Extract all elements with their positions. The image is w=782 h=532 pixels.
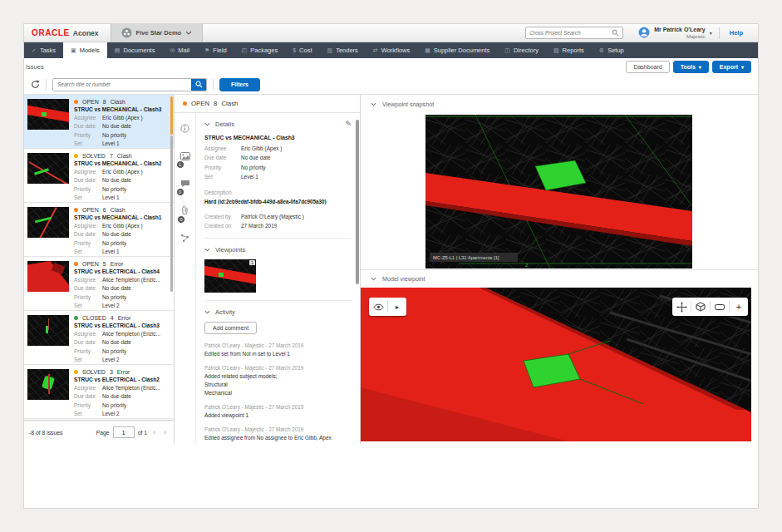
due-date-label: Due date	[74, 122, 102, 131]
detail-header: OPEN 8 Clash	[175, 95, 360, 113]
issue-status-line: CLOSED 4 Error	[74, 315, 170, 321]
visibility-button[interactable]	[369, 298, 387, 316]
zoom-out-button[interactable]	[711, 298, 729, 316]
issue-list-item[interactable]: OPEN 6 Clash STRUC vs MECHANICAL - Clash…	[24, 203, 174, 257]
issue-status-line: OPEN 5 Error	[74, 261, 170, 267]
created-on-label: Created on	[204, 221, 241, 230]
attachments-tab[interactable]: 0	[181, 204, 189, 219]
model-viewpoint-area[interactable]: ▸ +	[361, 288, 758, 443]
issue-thumbnail	[27, 153, 69, 184]
assignee-value: Eric Gibb (Apex )	[102, 114, 143, 122]
related-models-tab[interactable]	[180, 231, 189, 246]
page-header: Issues Dashboard Tools▾ Export▾	[24, 58, 758, 75]
dashboard-button[interactable]: Dashboard	[626, 61, 669, 73]
due-date-value: No due date	[102, 230, 131, 239]
issue-list-item[interactable]: CLOSED 4 Error STRUC vs ELECTRICAL - Cla…	[24, 311, 174, 365]
detail-icon-rail: 1 0 0	[175, 113, 196, 444]
viewpoints-section-header[interactable]: Viewpoints	[204, 246, 352, 254]
due-date-value: No due date	[102, 122, 131, 131]
add-comment-button[interactable]: Add comment	[204, 322, 257, 334]
user-organization: Majestic	[654, 33, 706, 39]
issue-search	[52, 78, 207, 91]
nav-tab[interactable]: ⚙ Setup	[592, 42, 632, 58]
model-viewpoint-header[interactable]: Model viewpoint	[361, 269, 758, 288]
details-section-header[interactable]: Details ✎	[204, 120, 352, 128]
image-icon	[180, 152, 190, 160]
search-icon[interactable]	[612, 29, 619, 37]
nav-tab[interactable]: ▣ Models	[63, 42, 107, 58]
page-number-input[interactable]	[113, 426, 135, 438]
chevron-down-icon	[204, 122, 210, 126]
nav-tab[interactable]: ✓ Tasks	[24, 42, 63, 58]
set-value: Level 2	[102, 302, 120, 310]
tools-button[interactable]: Tools▾	[673, 61, 709, 73]
viewpoint-snapshot-header[interactable]: Viewpoint snapshot	[361, 95, 758, 113]
nav-tab[interactable]: ⚑ Field	[197, 42, 234, 58]
nav-tab[interactable]: ⇄ Workflows	[366, 42, 417, 58]
nav-tab[interactable]: ▧ Reports	[546, 42, 592, 58]
activity-meta: Patrick O'Leary - Majestic - 27 March 20…	[204, 365, 352, 371]
aconex-wordmark: Aconex	[73, 29, 99, 37]
comments-tab[interactable]: 0	[180, 176, 190, 191]
issue-title: STRUC vs MECHANICAL - Clash2	[74, 160, 170, 166]
orbit-tool-button[interactable]	[691, 298, 710, 316]
set-value: Level 2	[102, 410, 120, 418]
edit-icon[interactable]: ✎	[345, 120, 352, 128]
issue-list-scrollbar[interactable]	[170, 96, 173, 292]
cross-project-search-input[interactable]	[529, 30, 612, 36]
scrollbar-thumb[interactable]	[170, 135, 173, 292]
nav-tab[interactable]: $ Cost	[285, 42, 319, 58]
issue-info: OPEN 8 Clash STRUC vs MECHANICAL - Clash…	[74, 99, 170, 144]
project-selector[interactable]: Five Star Demo	[111, 24, 204, 42]
nav-tab-label: Tenders	[336, 47, 358, 54]
nav-tab-icon: ▤	[115, 47, 120, 54]
issue-list-item[interactable]: OPEN 5 Error STRUC vs ELECTRICAL - Clash…	[24, 257, 174, 311]
issue-list-item[interactable]: SOLVED 7 Clash STRUC vs MECHANICAL - Cla…	[24, 149, 174, 203]
activity-section-header[interactable]: Activity	[204, 308, 352, 316]
due-date-label: Due date	[74, 284, 102, 293]
viewpoints-tab[interactable]: 1	[180, 149, 190, 164]
refresh-button[interactable]	[31, 80, 40, 89]
next-page-button[interactable]: ›	[161, 428, 169, 436]
assignee-value: Alice Templeton (Enzic...	[102, 330, 160, 338]
issue-title: STRUC vs ELECTRICAL - Clash4	[74, 268, 170, 274]
nav-tab[interactable]: ✉ Mail	[162, 42, 197, 58]
filters-button[interactable]: Filters	[219, 78, 260, 91]
issue-list-item[interactable]: OPEN 8 Clash STRUC vs MECHANICAL - Clash…	[24, 95, 174, 149]
status-dot	[74, 316, 78, 320]
info-tab[interactable]	[180, 121, 189, 136]
issue-search-input[interactable]	[53, 79, 191, 91]
zoom-in-button[interactable]: +	[730, 298, 748, 316]
viewpoint-thumbnail[interactable]: 1	[204, 259, 256, 293]
nav-tab[interactable]: ▤ Documents	[107, 42, 163, 58]
section-divider	[204, 300, 352, 301]
nav-tab-icon: ⚙	[599, 47, 604, 54]
created-on-value: 27 March 2019	[241, 221, 277, 230]
activity-text: Edited set from Not in set to Level 1	[204, 351, 352, 357]
issue-search-button[interactable]	[191, 79, 206, 91]
issue-list-item[interactable]: SOLVED 3 Error STRUC vs ELECTRICAL - Cla…	[24, 365, 174, 419]
set-label: Set	[74, 140, 102, 148]
nav-tab[interactable]: ▥ Tenders	[320, 42, 366, 58]
help-link[interactable]: Help	[719, 27, 753, 39]
issue-status-line: OPEN 6 Clash	[74, 207, 170, 213]
nav-tab[interactable]: ▦ Supplier Documents	[417, 42, 497, 58]
export-button[interactable]: Export▾	[712, 61, 751, 73]
chevron-down-icon	[371, 102, 376, 106]
pan-tool-button[interactable]	[672, 298, 691, 316]
detail-scrollbar[interactable]	[356, 120, 359, 284]
nav-tab[interactable]: ◰ Packages	[234, 42, 286, 58]
prev-page-button[interactable]: ‹	[150, 428, 158, 436]
activity-meta: Patrick O'Leary - Majestic - 27 March 20…	[204, 404, 352, 410]
set-value: Level 1	[102, 248, 120, 256]
page-title: Issues	[26, 63, 44, 71]
related-models-icon	[180, 234, 189, 243]
activity-meta: Patrick O'Leary - Majestic - 27 March 20…	[204, 426, 352, 432]
details-section-label: Details	[215, 121, 234, 128]
scrollbar-highlight	[170, 96, 173, 135]
nav-tab[interactable]: ◫ Directory	[497, 42, 546, 58]
expand-controls-button[interactable]: ▸	[388, 298, 406, 316]
issue-status: SOLVED	[82, 153, 106, 159]
user-menu[interactable]: Mr Patrick O'Leary Majestic ▾	[632, 27, 719, 39]
nav-tab-label: Models	[80, 47, 100, 54]
